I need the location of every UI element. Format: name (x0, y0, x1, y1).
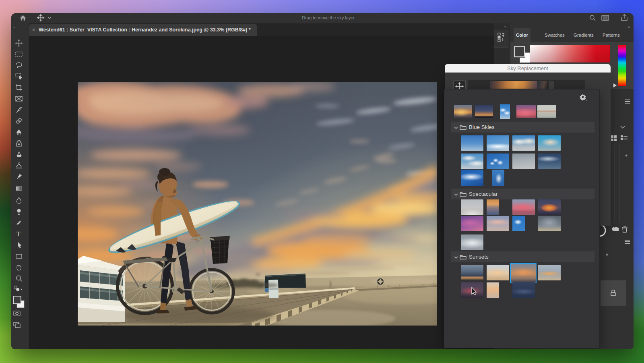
svg-text:Drag to move the sky layer.: Drag to move the sky layer. (302, 15, 355, 20)
svg-text:»: » (13, 25, 15, 29)
svg-text:T: T (17, 230, 21, 237)
